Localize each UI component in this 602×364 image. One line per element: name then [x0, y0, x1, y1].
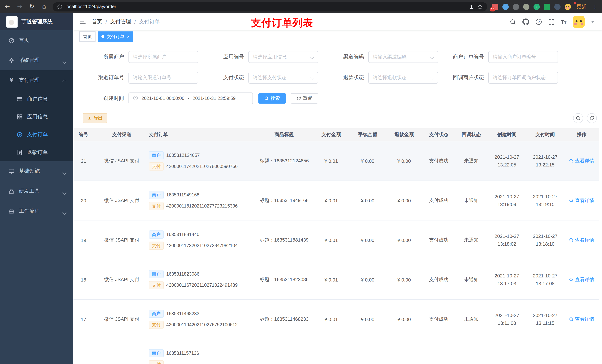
pay-order-no: 4200001174202110278060590766: [166, 164, 238, 169]
pay-status-select[interactable]: 请选择支付状态: [248, 72, 318, 83]
sidebar-item-app-info[interactable]: 应用信息: [0, 108, 73, 126]
chevron-down-icon: [430, 55, 434, 59]
github-icon[interactable]: [522, 19, 529, 25]
pay-order-no: 4200001167202110271022491439: [166, 283, 238, 288]
extension-icon-3[interactable]: [513, 3, 519, 10]
browser-back-icon[interactable]: ←: [4, 4, 11, 10]
extension-icon-2[interactable]: [502, 3, 509, 10]
refund-status-select[interactable]: 请选择退款状态: [368, 72, 438, 83]
chevron-up-icon: [62, 80, 67, 84]
column-header-id: 编号: [73, 128, 98, 141]
browser-reload-icon[interactable]: ↻: [28, 4, 35, 10]
view-detail-link[interactable]: 查看详情: [569, 316, 594, 322]
merchant-order-no: 1635311949168: [166, 192, 199, 198]
view-detail-label: 查看详情: [575, 316, 594, 322]
reset-button[interactable]: 重置: [291, 93, 318, 104]
chevron-down-icon: [62, 60, 67, 64]
site-info-icon[interactable]: [57, 4, 63, 10]
chevron-down-icon: [62, 191, 67, 195]
notify-status-select[interactable]: 请选择订单回调商户状态: [488, 72, 558, 83]
sidebar-item-payment[interactable]: ¥ 支付管理: [0, 70, 73, 90]
browser-forward-icon[interactable]: →: [16, 4, 23, 10]
sidebar-item-pay-order[interactable]: 支付订单: [0, 126, 73, 144]
breadcrumb-home[interactable]: 首页: [92, 19, 102, 25]
tab-home[interactable]: 首页: [79, 31, 96, 42]
bookmark-star-icon[interactable]: [477, 4, 483, 10]
help-icon[interactable]: ?: [535, 19, 542, 25]
cell-actions: 查看详情: [564, 300, 599, 339]
table-row: 21 微信 JSAPI 支付 商户1635312124657 支付4200001…: [73, 141, 599, 181]
sidebar-item-label: 研发工具: [19, 188, 40, 195]
refresh-button[interactable]: [587, 113, 597, 123]
sidebar-item-workflow[interactable]: 工作流程: [0, 201, 73, 221]
share-icon[interactable]: [469, 4, 474, 10]
browser-address-bar[interactable]: localhost:1024/pay/order: [53, 2, 487, 11]
pay-order-no: 4200001173202110272847982104: [166, 243, 238, 248]
cell-id: 21: [73, 141, 98, 181]
cell-id: 18: [73, 260, 98, 300]
sidebar-item-refund-order[interactable]: 退款订单: [0, 144, 73, 161]
orders-table: 编号 支付渠道 支付订单 商品标题 支付金额 手续金额 退款金额 支付状态 回调…: [73, 128, 599, 364]
cell-fee: ¥ 0.00: [350, 181, 386, 220]
sidebar-item-system[interactable]: 系统管理: [0, 50, 73, 70]
avatar-caret-icon[interactable]: [591, 21, 595, 23]
search-icon[interactable]: [510, 19, 516, 25]
field-label: 应用编号: [201, 54, 248, 60]
tab-pay-order[interactable]: 支付订单 ×: [98, 31, 133, 42]
create-time-range-input[interactable]: 2021-10-01 00:00:00 - 2021-10-31 23:59:5…: [129, 93, 253, 104]
breadcrumb-pay-manage[interactable]: 支付管理: [110, 19, 131, 25]
extension-icon-5[interactable]: ✓: [534, 3, 540, 10]
sidebar-item-home[interactable]: 首页: [0, 30, 73, 50]
close-icon[interactable]: ×: [127, 34, 129, 39]
cell-actions: 查看详情: [564, 141, 599, 181]
placeholder: 请输入渠道编码: [373, 54, 428, 60]
font-size-icon[interactable]: TT: [561, 19, 567, 25]
channel-order-no-input[interactable]: 请输入渠道订单号: [129, 72, 198, 83]
extension-icon-7[interactable]: [554, 3, 560, 10]
merchant-tag: 商户: [149, 230, 164, 239]
view-detail-link[interactable]: 查看详情: [569, 237, 594, 243]
chevron-down-icon: [62, 171, 67, 175]
browser-home-icon[interactable]: ⌂: [40, 4, 48, 10]
merchant-order-no: 1635311881440: [166, 232, 199, 237]
cell-id: 17: [73, 300, 98, 339]
hamburger-icon[interactable]: [79, 19, 86, 25]
cell-channel: [98, 339, 146, 364]
sidebar-item-merchant-info[interactable]: 商户信息: [0, 90, 73, 108]
view-detail-label: 查看详情: [575, 197, 594, 204]
date-start-value: 2021-10-01 00:00:00: [141, 96, 184, 101]
toggle-search-button[interactable]: [573, 113, 583, 123]
sidebar-item-infrastructure[interactable]: 基础设施: [0, 161, 73, 181]
view-detail-link[interactable]: 查看详情: [569, 197, 594, 204]
reset-button-label: 重置: [303, 95, 312, 102]
browser-menu-icon[interactable]: ⋮: [592, 4, 598, 10]
view-detail-link[interactable]: 查看详情: [569, 276, 594, 283]
extension-icon-1[interactable]: 10: [492, 3, 498, 10]
extension-icon-6[interactable]: [544, 3, 550, 10]
dashboard-icon: [8, 37, 15, 43]
cell-pay-status: 支付成功: [422, 141, 455, 181]
app-no-select[interactable]: 请选择应用信息: [248, 51, 318, 63]
search-button[interactable]: 搜索: [258, 93, 286, 104]
field-merchant: 所属商户 请选择所属商户: [81, 51, 198, 63]
cell-refund: ¥ 0.00: [386, 220, 422, 260]
cell-notify-status: [455, 339, 488, 364]
user-avatar[interactable]: [573, 16, 585, 28]
browser-update-button[interactable]: 更新: [575, 3, 588, 11]
cell-notify-status: 未通知: [455, 181, 488, 220]
card-icon: [16, 96, 23, 102]
cell-order: 商户1635311949168 支付4200001181202110277723…: [146, 181, 256, 220]
field-label: 创建时间: [81, 95, 129, 102]
fullscreen-icon[interactable]: [548, 19, 554, 25]
extension-icon-4[interactable]: [523, 3, 529, 10]
merchant-order-no-input[interactable]: 请输入商户订单编号: [488, 51, 558, 63]
extension-icon-8[interactable]: [565, 3, 571, 10]
export-button[interactable]: 导出: [83, 113, 107, 123]
merchant-input[interactable]: 请选择所属商户: [129, 51, 198, 63]
sidebar-item-label: 退款订单: [27, 149, 48, 156]
channel-code-select[interactable]: 请输入渠道编码: [368, 51, 438, 63]
navbar-actions: ? TT: [510, 13, 595, 30]
sidebar-item-dev-tools[interactable]: 研发工具: [0, 181, 73, 201]
column-header-pay-status: 支付状态: [422, 128, 455, 141]
view-detail-link[interactable]: 查看详情: [569, 157, 594, 164]
